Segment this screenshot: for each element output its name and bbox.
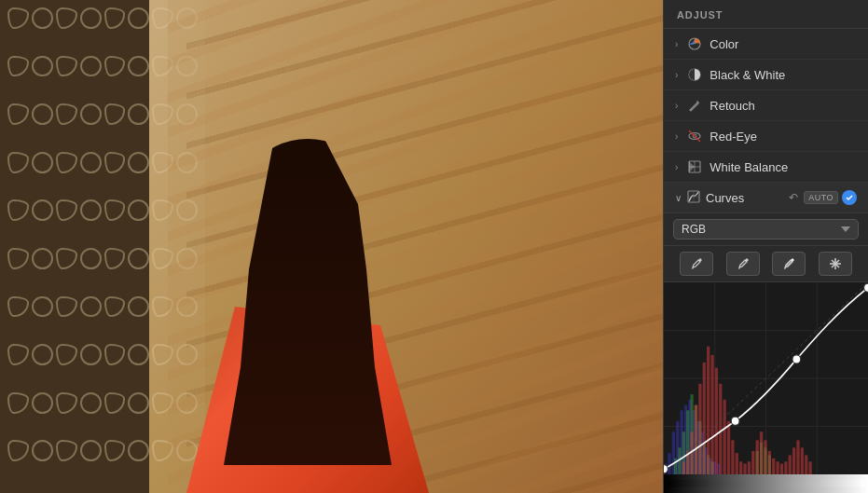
- svg-rect-55: [703, 363, 706, 474]
- jali-cell: [56, 56, 77, 77]
- jali-cell: [7, 296, 29, 318]
- jali-cell: [32, 56, 53, 77]
- adjust-panel: ADJUST › Color ›: [663, 0, 868, 493]
- gray-point-eyedropper[interactable]: [726, 252, 760, 276]
- jali-cell: [128, 199, 149, 221]
- svg-rect-76: [789, 455, 792, 474]
- jali-cell: [80, 7, 102, 29]
- jali-cell: [80, 56, 102, 77]
- svg-rect-59: [719, 384, 722, 474]
- jali-cell: [56, 103, 77, 125]
- svg-rect-62: [731, 440, 734, 474]
- jali-cell: [32, 199, 53, 221]
- jali-cell: [80, 296, 102, 318]
- eyedropper-row: [664, 246, 868, 282]
- white-point-eyedropper[interactable]: [772, 252, 806, 276]
- adjust-item-retouch[interactable]: › Retouch: [664, 90, 868, 121]
- jali-cell: [7, 152, 29, 173]
- jali-cell: [56, 440, 77, 461]
- rgb-channel-select[interactable]: RGB Red Green Blue: [673, 219, 859, 240]
- retouch-label: Retouch: [710, 99, 857, 113]
- svg-rect-60: [723, 400, 726, 474]
- chevron-icon-redeye: ›: [675, 131, 678, 142]
- curve-point-black[interactable]: [664, 465, 668, 473]
- panel-title: ADJUST: [664, 0, 868, 29]
- svg-rect-71: [768, 451, 771, 474]
- jali-cell: [128, 296, 149, 318]
- chevron-icon-retouch: ›: [675, 101, 678, 111]
- curve-point-white[interactable]: [864, 283, 868, 292]
- black-point-eyedropper[interactable]: [680, 252, 713, 276]
- black-white-label: Black & White: [710, 68, 857, 82]
- svg-rect-69: [760, 431, 763, 474]
- jali-cell: [104, 296, 126, 318]
- svg-rect-75: [784, 461, 787, 474]
- adjust-item-black-white[interactable]: › Black & White: [664, 60, 868, 90]
- svg-rect-54: [698, 384, 701, 474]
- jali-cell: [104, 248, 126, 269]
- jali-cell: [128, 103, 149, 125]
- jali-cell: [32, 296, 53, 318]
- black-white-icon: [687, 67, 702, 82]
- jali-cell: [80, 248, 102, 269]
- jali-cell: [104, 199, 126, 221]
- curves-section: ∨ Curves ↶ AUTO RGB: [664, 183, 868, 493]
- jali-cell: [56, 392, 77, 414]
- svg-rect-50: [682, 461, 685, 474]
- svg-rect-61: [727, 421, 730, 474]
- gradient-display: [668, 480, 864, 487]
- jali-cell: [80, 152, 102, 173]
- curve-point-mid-high[interactable]: [792, 355, 801, 363]
- jali-cell: [56, 152, 77, 173]
- jali-cell: [128, 248, 149, 269]
- chevron-down-icon: ∨: [675, 193, 682, 203]
- adjust-item-white-balance[interactable]: › White Balance: [664, 152, 868, 183]
- svg-rect-67: [751, 451, 754, 474]
- jali-cell: [104, 344, 126, 365]
- jali-cell: [104, 392, 126, 414]
- jali-cell: [128, 7, 149, 29]
- curves-chart[interactable]: [664, 282, 868, 474]
- jali-cell: [7, 56, 29, 77]
- jali-cell: [128, 152, 149, 173]
- jali-cell: [32, 248, 53, 269]
- jali-cell: [104, 152, 126, 173]
- curves-controls: ↶ AUTO: [787, 189, 857, 206]
- curve-point-mid-low[interactable]: [731, 417, 739, 425]
- jali-cell: [56, 296, 77, 318]
- jali-cell: [56, 344, 77, 365]
- svg-rect-68: [756, 440, 759, 474]
- svg-line-5: [689, 130, 700, 142]
- curves-label: Curves: [706, 191, 781, 205]
- svg-rect-81: [808, 461, 811, 474]
- chevron-icon-wb: ›: [675, 162, 678, 172]
- curves-icon: [687, 190, 700, 206]
- jali-cell: [32, 103, 53, 125]
- curves-svg: [664, 282, 868, 474]
- rgb-select-row: RGB Red Green Blue: [664, 213, 868, 246]
- jali-cell: [104, 103, 126, 125]
- retouch-icon: [687, 98, 702, 113]
- svg-rect-57: [710, 355, 713, 474]
- jali-cell: [32, 344, 53, 365]
- svg-rect-66: [748, 461, 751, 474]
- jali-cell: [104, 440, 126, 461]
- auto-badge[interactable]: AUTO: [804, 191, 838, 204]
- jali-cell: [104, 56, 126, 77]
- svg-rect-23: [668, 453, 670, 474]
- chevron-icon-bw: ›: [675, 70, 678, 80]
- curves-enable-button[interactable]: [842, 190, 857, 205]
- add-point-button[interactable]: [819, 252, 852, 276]
- curves-header[interactable]: ∨ Curves ↶ AUTO: [664, 183, 868, 213]
- red-eye-icon: [687, 129, 702, 144]
- svg-rect-65: [743, 464, 746, 474]
- jali-cell: [80, 440, 102, 461]
- adjust-item-red-eye[interactable]: › Red-Eye: [664, 121, 868, 152]
- jali-cell: [7, 199, 29, 221]
- undo-button[interactable]: ↶: [787, 189, 800, 206]
- svg-rect-64: [739, 461, 742, 474]
- jali-cell: [7, 392, 29, 414]
- jali-cell: [32, 440, 53, 461]
- svg-rect-63: [736, 453, 738, 474]
- adjust-item-color[interactable]: › Color: [664, 29, 868, 60]
